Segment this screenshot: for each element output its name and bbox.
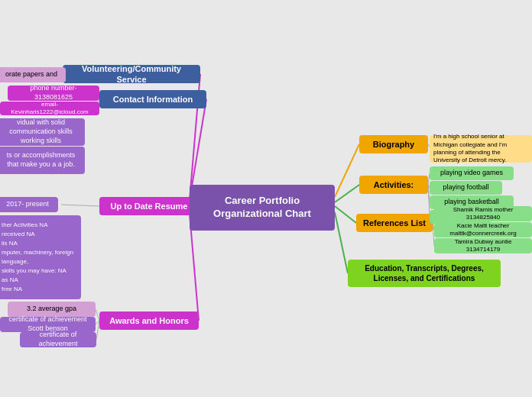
svg-line-4	[335, 144, 359, 197]
bio-text: I'm a high school senior at Michigan col…	[433, 133, 528, 165]
sat-skills: vidual with solid communication skills w…	[0, 118, 85, 146]
contact-label: Contact Information	[113, 94, 193, 105]
accomplishments-text: ts or accomplishments that make you a a …	[3, 151, 79, 169]
education-node: Education, Transcripts, Degrees, License…	[348, 260, 501, 287]
center-node: Career Portfolio Organizational Chart	[190, 185, 335, 231]
phone-text: phone number-3138081625	[14, 84, 93, 102]
sat-bio: I'm a high school senior at Michigan col…	[430, 135, 532, 163]
mind-map-canvas: Career Portfolio Organizational Chart Vo…	[0, 0, 532, 397]
svg-line-11	[61, 205, 99, 206]
center-label: Career Portfolio Organizational Chart	[196, 195, 329, 221]
ref2-text: Kacie Maltt teacher malttk@connercreek.o…	[440, 222, 526, 238]
references-node: References List	[356, 214, 433, 232]
sat-resume-details: ther Activities NA received NA lis NA mp…	[0, 215, 81, 299]
ref3-text: Tamira Dubwy auntie 3134714179	[440, 238, 526, 254]
date-text: 2017- present	[6, 200, 49, 209]
sat-ref2: Kacie Maltt teacher malttk@connercreek.o…	[434, 222, 532, 237]
gpa-text: 3.2 average gpa	[27, 305, 76, 314]
education-label: Education, Transcripts, Degrees, License…	[354, 263, 495, 283]
volunteering-label: Volunteering/Community Service	[69, 63, 194, 86]
sat-cert2: certificate of achievement	[20, 332, 96, 347]
volunteering-node: Volunteering/Community Service	[63, 65, 200, 83]
svg-line-5	[335, 185, 359, 202]
papers-text: orate papers and	[5, 70, 57, 79]
sat-act1: playing video games	[430, 166, 514, 180]
skills-text: vidual with solid communication skills w…	[3, 118, 79, 145]
references-label: References List	[363, 218, 426, 228]
resume-node: Up to Date Resume	[99, 197, 199, 215]
sat-act2: playing football	[430, 181, 502, 195]
awards-label: Awards and Honors	[109, 315, 189, 326]
biography-node: Biography	[359, 135, 428, 153]
svg-line-6	[335, 206, 356, 223]
sat-papers: orate papers and	[0, 67, 66, 82]
sat-phone: phone number-3138081625	[8, 86, 99, 101]
sat-email: email- Kevinharis1222@icloud.com	[0, 102, 99, 115]
sat-gpa: 3.2 average gpa	[8, 302, 96, 317]
biography-label: Biography	[373, 139, 414, 150]
act1-text: playing video games	[440, 169, 503, 178]
ref1-text: Shamik Ramis mother 3134825840	[440, 206, 526, 222]
sat-ref3: Tamira Dubwy auntie 3134714179	[434, 238, 532, 253]
resume-label: Up to Date Resume	[111, 201, 188, 211]
contact-node: Contact Information	[99, 90, 206, 108]
sat-ref1: Shamik Ramis mother 3134825840	[434, 206, 532, 221]
activities-node: Activities:	[359, 176, 428, 194]
awards-node: Awards and Honors	[99, 311, 199, 330]
cert2-text: certificate of achievement	[26, 331, 90, 348]
resume-details-text: ther Activities NA received NA lis NA mp…	[2, 221, 76, 294]
act2-text: playing football	[443, 183, 488, 192]
activities-label: Activities:	[374, 179, 414, 190]
svg-line-7	[335, 212, 348, 273]
sat-cert1: certificate of achievement Scott benson	[0, 317, 96, 332]
sat-date: 2017- present	[0, 197, 58, 212]
email-text: email- Kevinharis1222@icloud.com	[6, 101, 93, 117]
sat-accomplishments: ts or accomplishments that make you a a …	[0, 147, 85, 174]
